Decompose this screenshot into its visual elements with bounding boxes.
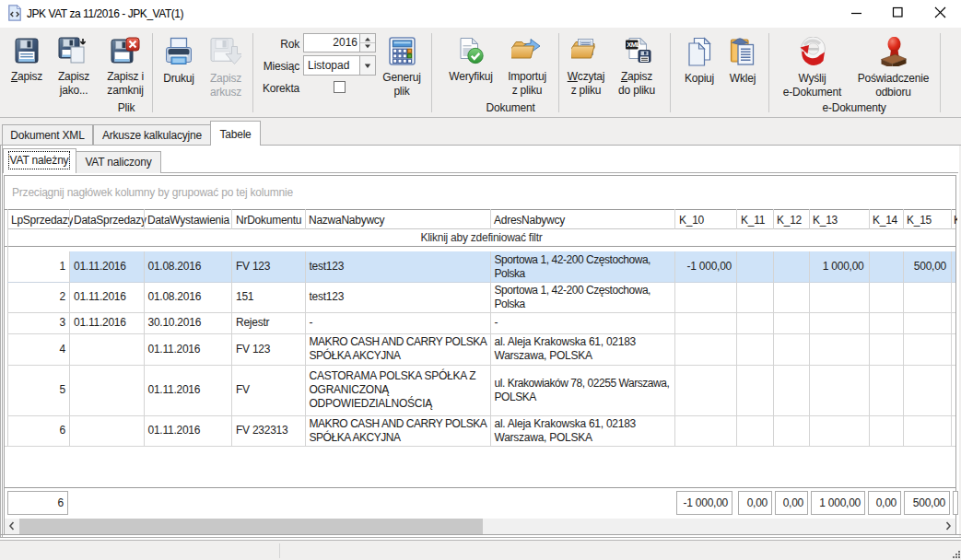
- svg-text:XML: XML: [627, 41, 640, 49]
